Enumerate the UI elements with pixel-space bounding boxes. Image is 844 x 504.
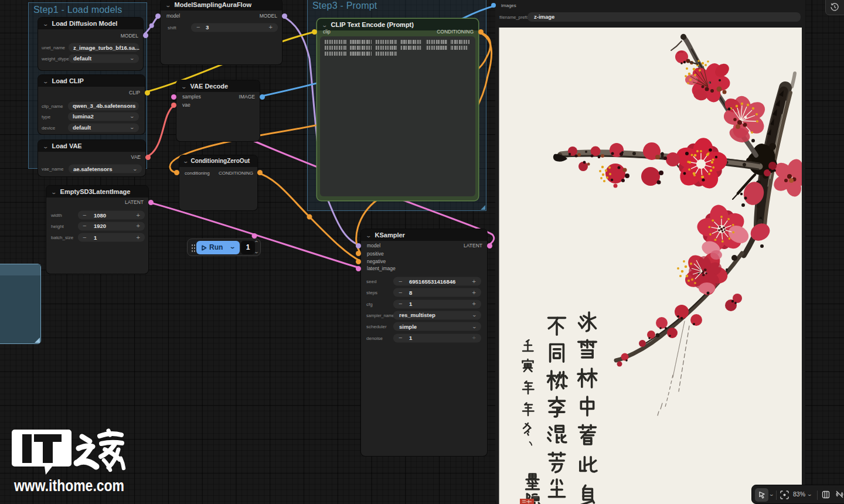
svg-text:www.ithome.com: www.ithome.com (13, 476, 124, 495)
